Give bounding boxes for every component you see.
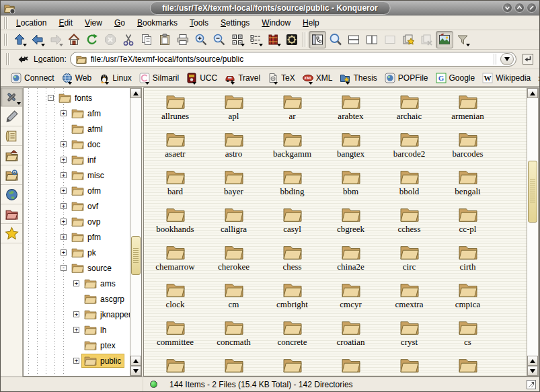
tree-item[interactable]: + pfm <box>24 229 130 245</box>
tree-expander[interactable]: + <box>73 280 79 286</box>
folder-item[interactable]: bookhands <box>146 204 204 242</box>
tree-item[interactable]: ptex <box>24 338 130 353</box>
folder-item[interactable]: china2e <box>321 242 380 280</box>
sidebar-history-button[interactable] <box>1 126 22 146</box>
folder-item[interactable]: astro <box>204 129 263 167</box>
home-button[interactable] <box>65 31 83 48</box>
tree-scrollbar[interactable] <box>130 88 141 376</box>
tree-expander[interactable]: + <box>61 219 67 225</box>
scrollbar-track[interactable] <box>527 98 538 356</box>
folder-item[interactable]: committee <box>146 317 204 355</box>
folder-item[interactable]: cm <box>204 280 263 317</box>
bookmark-ucc[interactable]: UCC <box>184 71 221 85</box>
toolbar-drag-handle[interactable] <box>4 17 8 29</box>
folder-item[interactable]: cherokee <box>204 242 263 280</box>
bookmark-popfile[interactable]: POPFile <box>382 71 432 85</box>
up-button[interactable] <box>11 31 28 48</box>
tree-item[interactable]: + pk <box>24 245 130 260</box>
stop-button[interactable] <box>102 31 119 48</box>
scroll-down-button[interactable] <box>130 366 141 376</box>
location-value[interactable]: file:/usr/TeX/texmf-local/fonts/source/p… <box>91 54 490 64</box>
tree-expander[interactable]: + <box>73 327 79 333</box>
folder-item[interactable] <box>263 355 321 376</box>
back-button[interactable] <box>29 31 46 48</box>
reload-button[interactable] <box>83 31 101 48</box>
resize-grip-icon[interactable] <box>527 380 536 389</box>
sidebar-network-button[interactable] <box>1 185 22 204</box>
tree-expander[interactable]: + <box>61 188 67 194</box>
toolbar-drag-handle[interactable] <box>4 34 8 46</box>
folder-item[interactable]: clock <box>146 280 204 317</box>
scrollbar-thumb[interactable] <box>131 236 141 275</box>
location-dropdown-button[interactable] <box>500 53 514 65</box>
new-tab-button[interactable] <box>399 31 417 48</box>
image-preview-button[interactable] <box>436 31 453 48</box>
scrollbar-thumb[interactable] <box>528 161 537 223</box>
bookshelf-view-button[interactable] <box>265 31 282 48</box>
menu-item[interactable]: Settings <box>215 17 256 29</box>
folder-item[interactable]: bbding <box>263 167 321 204</box>
bookmark-silmaril[interactable]: Silmaril <box>137 71 183 85</box>
tree-expander[interactable]: + <box>61 141 67 147</box>
tree-expander[interactable]: + <box>61 157 67 163</box>
scroll-up-button[interactable] <box>130 88 141 98</box>
main-scrollbar[interactable] <box>527 88 538 376</box>
cut-button[interactable] <box>120 31 137 48</box>
bookmark-google[interactable]: G Google <box>433 71 479 85</box>
folder-item[interactable]: cmcyr <box>321 280 380 317</box>
bookmark-thesis[interactable]: Thesis <box>337 71 381 85</box>
folder-item[interactable]: barcodes <box>438 129 497 167</box>
location-input[interactable]: file:/usr/TeX/texmf-local/fonts/source/p… <box>70 52 516 67</box>
tree-expander[interactable]: + <box>61 172 67 178</box>
tree-expander[interactable]: + <box>61 203 67 209</box>
folder-item[interactable]: armenian <box>438 91 497 129</box>
folder-item[interactable]: asaetr <box>146 129 204 167</box>
bookmarks-overflow-chevron[interactable]: » <box>535 73 539 83</box>
icon-view-button[interactable] <box>229 31 246 48</box>
tree-expander[interactable]: + <box>61 234 67 240</box>
tree-expander[interactable]: + <box>73 311 79 317</box>
tree-item[interactable]: - source <box>24 260 130 276</box>
folder-item[interactable]: chemarrow <box>146 242 204 280</box>
tree-item[interactable]: + ofm <box>24 183 130 198</box>
tree-item[interactable]: + doc <box>24 136 130 152</box>
tree-item[interactable]: + lh <box>24 322 130 338</box>
tree-item[interactable]: + inf <box>24 152 130 167</box>
menu-item[interactable]: Go <box>108 17 131 29</box>
folder-item[interactable]: bbold <box>380 167 438 204</box>
folder-item[interactable]: allrunes <box>146 91 204 129</box>
folder-item[interactable]: arabtex <box>321 91 380 129</box>
folder-item[interactable]: cirth <box>438 242 497 280</box>
folder-item[interactable]: concmath <box>204 317 263 355</box>
folder-item[interactable]: cmpica <box>438 280 497 317</box>
tree-expander[interactable]: - <box>48 95 54 101</box>
bookmark-linux[interactable]: Linux <box>96 71 136 85</box>
folder-item[interactable]: bbm <box>321 167 380 204</box>
tree-expander[interactable]: + <box>73 358 79 364</box>
bookmark-web[interactable]: Web <box>59 71 95 85</box>
bookmark-travel[interactable]: Travel <box>222 71 264 85</box>
close-button[interactable] <box>527 3 537 13</box>
sidebar-services-button[interactable] <box>1 165 22 185</box>
zoom-out-button[interactable] <box>210 31 228 48</box>
bookmark-xml[interactable]: XML XML <box>300 71 337 85</box>
bookmark-wikipedia[interactable]: W Wikipedia <box>479 71 535 85</box>
tree-item[interactable]: afml <box>24 121 130 136</box>
sidebar-home-folder-button[interactable] <box>1 146 22 165</box>
folder-item[interactable]: apl <box>204 91 263 129</box>
menu-item[interactable]: Help <box>297 17 325 29</box>
split-view-top-bottom-button[interactable] <box>345 31 362 48</box>
tree-expander[interactable]: + <box>61 249 67 256</box>
folder-item[interactable]: concrete <box>263 317 321 355</box>
folder-item[interactable]: barcode2 <box>380 129 438 167</box>
toolbar-drag-handle[interactable] <box>6 53 10 65</box>
scrollbar-track[interactable] <box>130 98 141 356</box>
title-bar[interactable]: file:/usr/TeX/texmf-local/fonts/source/p… <box>1 1 539 15</box>
folder-item[interactable]: cmextra <box>380 280 438 317</box>
remove-active-view-button[interactable] <box>381 31 399 48</box>
scroll-up-button[interactable] <box>527 88 538 98</box>
bookmark-tex[interactable]: TeX <box>265 71 299 85</box>
sidebar-root-folder-button[interactable] <box>1 204 22 224</box>
tree-item[interactable]: + ams <box>24 276 130 291</box>
tree-expander[interactable]: - <box>61 265 67 271</box>
